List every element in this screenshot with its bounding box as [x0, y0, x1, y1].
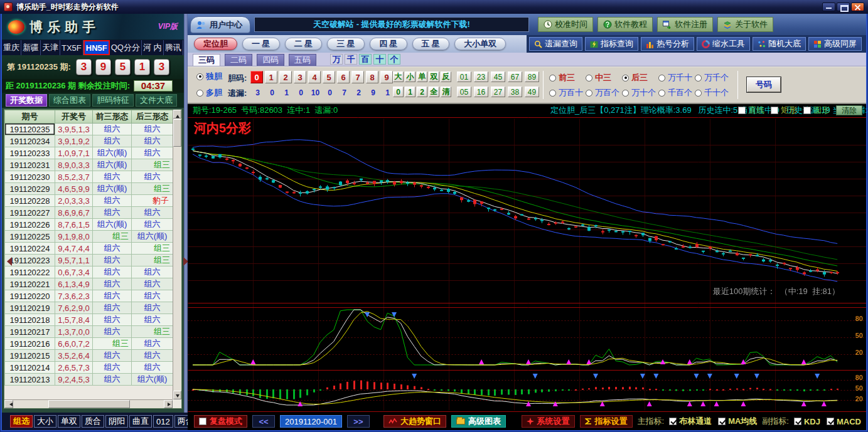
star-tab[interactable]: 三 星 [327, 38, 365, 50]
pair-button[interactable]: 38 [508, 87, 522, 97]
vertical-scrollbar[interactable] [173, 110, 181, 399]
maximize-button[interactable] [837, 3, 850, 11]
range-radio[interactable]: 后三 [622, 72, 658, 83]
indicator-query-button[interactable]: 指标查询 [585, 37, 638, 51]
quick-filter-button[interactable]: 双 [429, 71, 439, 82]
star-tab[interactable]: 二 星 [285, 38, 323, 50]
quick-filter-button[interactable]: 反 [441, 71, 451, 82]
vertical-scroll-thumb[interactable] [173, 119, 181, 147]
region-tab[interactable]: QQ分分 [110, 40, 142, 55]
pair-button[interactable]: 01 [457, 71, 471, 82]
digit-button[interactable]: 3 [294, 71, 306, 83]
advanced-chart-button[interactable]: 高级图表 [451, 415, 506, 428]
indicator-checkbox[interactable]: 布林通道 [669, 416, 712, 427]
star-tab[interactable]: 大小单双 [454, 38, 506, 50]
table-row[interactable]: 191120220 7,3,6,2,3 组六 组六 [5, 290, 173, 302]
digit-button[interactable]: 9 [380, 71, 393, 83]
clear-button[interactable]: 清除 [836, 105, 862, 115]
star-tab[interactable]: 一 星 [242, 38, 280, 50]
analysis-mode-tab[interactable]: 组选 [10, 415, 33, 428]
left-data-tab[interactable]: 综合图表 [49, 94, 90, 107]
draw-tool-checkbox[interactable]: 直线 [738, 105, 764, 116]
scroll-up-icon[interactable] [173, 110, 181, 119]
region-tab[interactable]: 腾讯 [164, 40, 183, 55]
table-row[interactable]: 191120233 1,0,9,7,1 组六(顺) 组六 [5, 147, 173, 159]
replay-mode-toggle[interactable]: 复盘模式 [194, 415, 247, 428]
quick-filter-button[interactable]: 2 [417, 87, 427, 97]
position-chip[interactable]: 千 [345, 54, 357, 65]
quick-filter-button[interactable]: 大 [393, 71, 404, 82]
indicator-checkbox[interactable]: MA均线 [718, 416, 757, 427]
tutorial-button[interactable]: 软件教程 [597, 17, 653, 32]
region-tab[interactable]: 重庆 [2, 40, 21, 55]
prev-issue-button[interactable]: << [252, 415, 275, 428]
table-row[interactable]: 191120221 6,1,3,4,9 组六 组六 [5, 278, 173, 290]
code-tab[interactable]: 五码 [289, 54, 316, 66]
position-combo-radio[interactable]: 千十个 [695, 87, 731, 98]
table-row[interactable]: 191120228 2,0,3,3,3 组六 豹子 [5, 195, 173, 207]
table-row[interactable]: 191120224 9,4,7,4,4 组六 组三 [5, 243, 173, 255]
star-tab[interactable]: 四 星 [370, 38, 407, 50]
announcement-marquee[interactable]: 天空破解站 - 提供最好的彩票破解软件下载! [254, 17, 529, 32]
analysis-mode-tab[interactable]: 大小 [34, 415, 56, 428]
position-combo-radio[interactable]: 万百十 [549, 87, 586, 98]
filter-tool-button[interactable]: 缩水工具 [697, 37, 750, 51]
position-chip[interactable]: 个 [388, 54, 400, 65]
dan-mode-radio[interactable]: 多胆 [196, 87, 222, 98]
indicator-settings-button[interactable]: 指标设置 [580, 415, 633, 428]
calibrate-time-button[interactable]: 校准时间 [538, 17, 593, 32]
code-tab[interactable]: 四码 [257, 54, 284, 66]
digit-button[interactable]: 5 [323, 71, 335, 83]
system-settings-button[interactable]: 系统设置 [522, 415, 575, 428]
table-row[interactable]: 191120216 6,6,0,7,2 组三 组六 [5, 338, 173, 350]
pair-button[interactable]: 89 [525, 71, 539, 82]
position-combo-radio[interactable]: 万千十 [658, 72, 695, 83]
indicator-checkbox[interactable]: MACD [827, 417, 861, 426]
number-button[interactable]: 号码 [747, 77, 781, 92]
about-button[interactable]: 关于软件 [717, 17, 773, 32]
range-radio[interactable]: 中三 [586, 72, 622, 83]
pair-button[interactable]: 05 [457, 87, 471, 97]
table-row[interactable]: 191120231 8,9,0,3,3 组六(顺) 组三 [5, 159, 173, 171]
analysis-mode-tab[interactable]: 单双 [58, 415, 80, 428]
quick-filter-button[interactable]: 全 [429, 87, 439, 97]
random-pick-button[interactable]: 随机大底 [753, 37, 806, 51]
draw-tool-checkbox[interactable]: 圆形 [803, 105, 830, 116]
star-tab[interactable]: 定位胆 [194, 38, 237, 50]
scroll-right-icon[interactable] [164, 400, 173, 408]
register-button[interactable]: 软件注册 [657, 17, 713, 32]
quick-filter-button[interactable]: 清 [441, 87, 451, 97]
position-chip[interactable]: 十 [373, 54, 386, 65]
region-tab[interactable]: 天津 [41, 40, 60, 55]
pair-button[interactable]: 45 [491, 71, 505, 82]
pair-button[interactable]: 49 [525, 87, 539, 97]
next-issue-button[interactable]: >> [347, 415, 370, 428]
digit-button[interactable]: 6 [337, 71, 350, 83]
position-combo-radio[interactable]: 万百个 [586, 87, 622, 98]
digit-button[interactable]: 0 [250, 71, 263, 83]
table-row[interactable]: 191120218 1,5,7,8,4 组六 组六 [5, 314, 173, 326]
table-row[interactable]: 191120215 3,5,2,6,4 组六 组六 [5, 350, 173, 362]
minimize-button[interactable] [822, 3, 835, 11]
code-tab[interactable]: 三码 [193, 54, 220, 66]
trend-chart-canvas[interactable] [188, 117, 866, 413]
table-row[interactable]: 191120234 3,9,1,9,2 组六 组六 [5, 135, 173, 147]
position-chip[interactable]: 万 [330, 54, 343, 65]
analysis-mode-tab[interactable]: 012 [153, 415, 173, 428]
table-row[interactable]: 191120223 9,5,7,1,1 组六 组三 [5, 255, 173, 266]
digit-button[interactable]: 1 [265, 71, 277, 83]
horizontal-scrollbar[interactable] [4, 399, 173, 408]
left-data-tab[interactable]: 文件大底 [136, 94, 177, 107]
user-center-button[interactable]: 用户中心 [190, 16, 250, 33]
pair-button[interactable]: 16 [474, 87, 488, 97]
left-data-tab[interactable]: 开奖数据 [6, 94, 47, 107]
position-chip[interactable]: 百 [359, 54, 372, 65]
analysis-mode-tab[interactable]: 质合 [82, 415, 104, 428]
trend-window-button[interactable]: 大趋势窗口 [383, 415, 446, 428]
dan-mode-radio[interactable]: 独胆 [196, 71, 222, 82]
code-tab[interactable]: 二码 [225, 54, 252, 66]
draw-tool-checkbox[interactable]: 矩形 [771, 105, 797, 116]
region-tab[interactable]: HN5F [83, 40, 110, 55]
analysis-mode-tab[interactable]: 阴阳 [105, 415, 128, 428]
close-button[interactable] [851, 3, 864, 11]
